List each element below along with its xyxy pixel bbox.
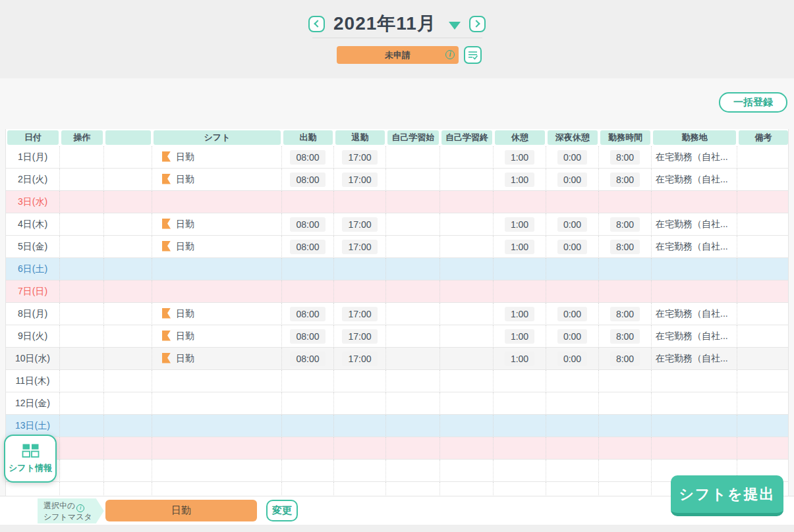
table-row[interactable]: 1日(月) 日勤 08:00 17:00 1:00 0:00 8:00 在宅勤務… [6, 146, 789, 169]
table-row[interactable]: 5日(金) 日勤 08:00 17:00 1:00 0:00 8:00 在宅勤務… [6, 236, 789, 258]
table-row[interactable]: 10日(水) 日勤 08:00 17:00 1:00 0:00 8:00 在宅勤… [6, 348, 789, 370]
column-header-night-break: 深夜休憩 [546, 129, 599, 146]
change-shift-button[interactable]: 変更 [266, 500, 298, 521]
status-badge: 未申請 [337, 46, 459, 64]
break-cell [494, 191, 546, 213]
operation-cell [60, 392, 104, 415]
operation-cell [60, 348, 104, 370]
clock-in-cell: 08:00 [282, 348, 334, 370]
self-study-start-cell [386, 169, 440, 191]
shift-cell [152, 258, 282, 280]
night-break-cell [546, 437, 599, 460]
info-icon[interactable] [445, 50, 455, 59]
table-row[interactable]: 7日(日) [6, 280, 789, 303]
column-header-date: 日付 [6, 129, 60, 146]
blank-cell [104, 303, 152, 325]
self-study-end-cell [440, 191, 494, 213]
info-icon[interactable] [76, 504, 84, 512]
night-break-cell: 0:00 [546, 303, 599, 325]
clock-in-cell [282, 191, 334, 213]
table-row[interactable] [6, 437, 789, 460]
table-row[interactable]: 2日(火) 日勤 08:00 17:00 1:00 0:00 8:00 在宅勤務… [6, 169, 789, 191]
status-row: 未申請 [337, 46, 482, 64]
break-cell: 1:00 [494, 146, 546, 169]
operation-cell [60, 482, 104, 496]
break-cell: 1:00 [494, 303, 546, 325]
self-study-end-cell [440, 169, 494, 191]
table-row[interactable]: 9日(火) 日勤 08:00 17:00 1:00 0:00 8:00 在宅勤務… [6, 325, 789, 348]
self-study-end-cell [440, 348, 494, 370]
blank-cell [104, 482, 152, 496]
work-hours-cell: 8:00 [599, 303, 652, 325]
self-study-end-cell [440, 392, 494, 415]
selected-shift-master-tag: 選択中の シフトマスタ [38, 498, 104, 523]
clock-in-cell: 08:00 [282, 146, 334, 169]
blank-cell [104, 415, 152, 437]
date-cell: 3日(水) [6, 191, 60, 213]
work-hours-value: 8:00 [610, 150, 640, 165]
operation-cell [60, 437, 104, 460]
night-break-cell [546, 258, 599, 280]
self-study-start-cell [386, 348, 440, 370]
table-row[interactable]: 13日(土) [6, 415, 789, 437]
shift-cell [152, 392, 282, 415]
bulk-register-button[interactable]: 一括登録 [719, 92, 787, 113]
clock-out-cell: 17:00 [334, 236, 386, 258]
work-hours-cell [599, 191, 652, 213]
shift-cell: 日勤 [152, 169, 282, 191]
selected-shift-master-line2: シフトマスタ [43, 512, 92, 521]
table-row[interactable]: 4日(木) 日勤 08:00 17:00 1:00 0:00 8:00 在宅勤務… [6, 213, 789, 236]
shift-table-wrap: 日付 操作 シフト 出勤 退勤 自己学習始 自己学習終 休憩 深夜休憩 勤務時間… [5, 129, 789, 496]
night-break-value: 0:00 [557, 240, 587, 254]
break-value: 1:00 [505, 307, 534, 321]
clock-out-cell [334, 392, 386, 415]
clock-in-cell [282, 460, 334, 482]
note-cell [737, 213, 789, 236]
table-row[interactable]: 12日(金) [6, 392, 789, 415]
self-study-end-cell [440, 415, 494, 437]
table-row[interactable]: 6日(土) [6, 258, 789, 280]
date-cell: 9日(火) [6, 325, 60, 348]
break-cell [494, 437, 546, 460]
shift-name: 日勤 [176, 353, 194, 363]
self-study-start-cell [386, 460, 440, 482]
table-row[interactable]: 11日(木) [6, 370, 789, 392]
top-header: 2021年11月 未申請 [0, 0, 794, 78]
clock-out-cell [334, 191, 386, 213]
work-hours-cell [599, 370, 652, 392]
month-dropdown-icon[interactable] [449, 22, 461, 30]
break-cell [494, 258, 546, 280]
month-navigation: 2021年11月 [0, 11, 794, 37]
month-title: 2021年11月 [333, 11, 436, 36]
work-hours-cell: 8:00 [599, 236, 652, 258]
break-cell [494, 415, 546, 437]
shift-flag-icon [162, 331, 171, 341]
month-nav-divider [312, 38, 482, 38]
self-study-start-cell [386, 280, 440, 303]
night-break-value: 0:00 [557, 329, 587, 344]
location-cell: 在宅勤務（自社... [652, 325, 737, 348]
location-cell [652, 191, 737, 213]
self-study-end-cell [440, 258, 494, 280]
work-hours-value: 8:00 [610, 307, 640, 321]
table-row[interactable]: 8日(月) 日勤 08:00 17:00 1:00 0:00 8:00 在宅勤務… [6, 303, 789, 325]
submit-shift-button[interactable]: シフトを提出 [671, 475, 783, 516]
shift-info-button[interactable]: シフト情報 [4, 435, 57, 483]
column-header-operation: 操作 [60, 129, 104, 146]
next-month-button[interactable] [469, 16, 486, 32]
clock-in-cell [282, 392, 334, 415]
clock-in-value: 08:00 [290, 329, 325, 344]
column-header-self-study-start: 自己学習始 [386, 129, 440, 146]
selected-shift-button[interactable]: 日勤 [105, 500, 257, 521]
note-cell [737, 169, 789, 191]
clock-in-cell [282, 258, 334, 280]
shift-cell: 日勤 [152, 348, 282, 370]
night-break-cell: 0:00 [546, 213, 599, 236]
request-list-button[interactable] [464, 46, 482, 64]
night-break-cell: 0:00 [546, 236, 599, 258]
location-cell: 在宅勤務（自社... [652, 169, 737, 191]
work-hours-cell [599, 258, 652, 280]
prev-month-button[interactable] [308, 16, 325, 32]
table-row[interactable]: 3日(水) [6, 191, 789, 213]
self-study-end-cell [440, 460, 494, 482]
